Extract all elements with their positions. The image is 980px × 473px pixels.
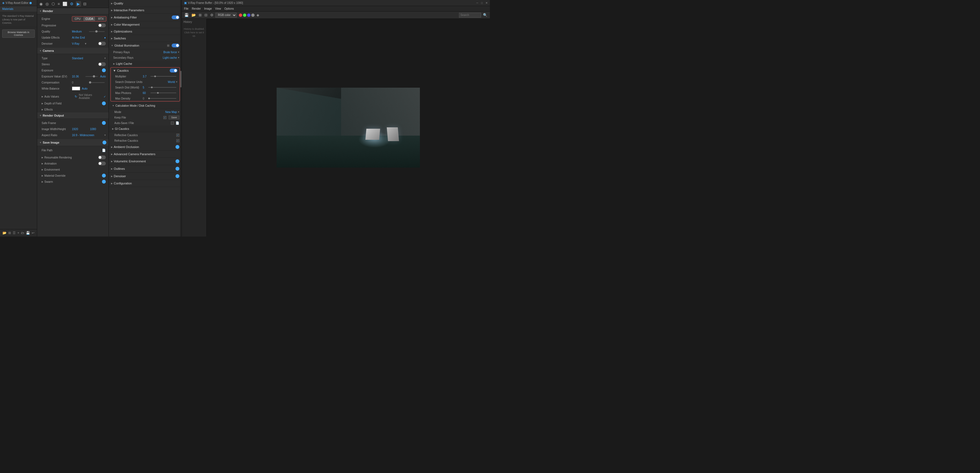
light-icon[interactable]: ◎ — [45, 1, 49, 6]
geometry-icon[interactable]: ⬡ — [51, 1, 56, 6]
aspect-dropdown-icon[interactable]: ▾ — [104, 134, 106, 137]
animation-toggle[interactable] — [98, 161, 106, 166]
vfb-menu-view[interactable]: View — [215, 6, 221, 11]
camera-section-header[interactable]: ▼ Camera — [37, 48, 108, 54]
vfb-green-channel[interactable] — [243, 13, 246, 17]
white-balance-swatch[interactable] — [72, 86, 80, 91]
color-mgmt-header[interactable]: ▶ Color Management — [109, 21, 181, 28]
vfb-maximize-icon[interactable]: □ — [481, 2, 483, 5]
vol-env-header[interactable]: ▶ Volumetric Environment — [109, 158, 181, 165]
add-icon[interactable]: + — [18, 231, 19, 235]
gi-toggle[interactable] — [172, 43, 179, 48]
ao-toggle[interactable] — [175, 145, 179, 149]
save-image-toggle[interactable] — [102, 140, 107, 145]
render-section-header[interactable]: ▼ Render — [37, 8, 108, 14]
progressive-toggle[interactable] — [98, 24, 106, 27]
gi-header[interactable]: ▼ Global Illumination ⊞ — [109, 42, 181, 49]
gi-grid-icon[interactable]: ⊞ — [167, 44, 169, 48]
max-density-slider[interactable] — [148, 98, 176, 99]
vfb-render-region-icon[interactable]: ⊞ — [198, 13, 202, 18]
vfb-lut-icon[interactable]: ◈ — [256, 13, 260, 18]
list-icon[interactable]: ☰ — [13, 231, 16, 235]
mode-dropdown[interactable]: ▾ — [178, 110, 179, 113]
multiplier-slider[interactable] — [150, 76, 176, 76]
sdu-dropdown[interactable]: ▾ — [176, 81, 177, 83]
render-active-icon[interactable]: ▶ — [76, 1, 81, 6]
camera-icon[interactable]: ⬜ — [62, 1, 68, 6]
browse-cosmos-button[interactable]: Browse Materials in Cosmos — [2, 30, 35, 38]
cuda-button[interactable]: CUDA — [83, 17, 95, 21]
layout-icon[interactable]: ⊟ — [83, 1, 87, 6]
calc-mode-header[interactable]: ▼ Calculation Mode / Disk Caching — [109, 102, 181, 109]
material-override-toggle[interactable] — [102, 174, 106, 177]
light-cache-header[interactable]: ▶ Light Cache — [109, 61, 181, 67]
caustics-toggle[interactable] — [170, 68, 177, 73]
primary-rays-dropdown[interactable]: ▾ — [178, 51, 179, 54]
materials-tab[interactable]: Materials — [0, 6, 37, 12]
reflective-caustics-checkbox[interactable] — [176, 134, 179, 137]
refractive-caustics-checkbox[interactable] — [176, 139, 179, 142]
render-output-section-header[interactable]: ▼ Render Output — [37, 113, 108, 119]
vfb-history-message[interactable]: History is disabled. Click here to set i… — [183, 27, 205, 38]
vfb-save-icon[interactable]: 💾 — [183, 13, 189, 18]
save-button[interactable]: Save — [169, 116, 179, 119]
safe-frame-toggle[interactable] — [102, 121, 106, 125]
vfb-settings-icon[interactable]: ⚙ — [209, 13, 214, 18]
vfb-close-icon[interactable]: ✕ — [485, 2, 488, 5]
ao-header[interactable]: ▶ Ambient Occlusion — [109, 143, 181, 151]
vfb-clone-icon[interactable]: ⊟ — [204, 13, 208, 18]
folder-open-icon[interactable]: 📂 — [3, 231, 6, 235]
vfb-minimize-icon[interactable]: ─ — [476, 2, 478, 5]
cpu-button[interactable]: CPU — [72, 17, 83, 21]
vfb-menu-file[interactable]: File — [184, 6, 188, 11]
exposure-dot-toggle[interactable] — [102, 68, 106, 72]
vfb-menu-options[interactable]: Options — [224, 6, 234, 11]
interactive-params-header[interactable]: ▶ Interactive Parameters — [109, 7, 181, 14]
layers-icon[interactable]: ≡ — [57, 1, 60, 6]
denoiser-toggle[interactable] — [98, 41, 106, 46]
aa-filter-header[interactable]: ▶ Antialiasing Filter — [109, 14, 181, 21]
quality-section-header[interactable]: ▶ Quality — [109, 0, 181, 7]
denoiser-dropdown-icon[interactable]: ▾ — [85, 42, 86, 46]
ev-slider[interactable] — [86, 76, 98, 77]
vol-env-toggle[interactable] — [175, 159, 179, 163]
vfb-search-input[interactable] — [459, 13, 481, 18]
settings-icon[interactable]: ⚙ — [69, 1, 74, 6]
aa-toggle[interactable] — [172, 16, 179, 19]
outlines-header[interactable]: ▶ Outlines — [109, 165, 181, 172]
vfb-open-icon[interactable]: 📂 — [191, 13, 197, 18]
swarm-toggle[interactable] — [102, 180, 106, 183]
max-photons-slider[interactable] — [150, 92, 176, 93]
quality-slider[interactable] — [89, 31, 105, 32]
caustics-header[interactable]: ▼ Caustics — [111, 67, 180, 73]
outlines-toggle[interactable] — [175, 167, 179, 170]
keep-file-checkbox[interactable] — [163, 116, 166, 119]
configuration-header[interactable]: ▶ Configuration — [109, 180, 181, 187]
vfb-channel-select[interactable]: RGB color — [215, 13, 237, 18]
wb-auto-label[interactable]: Auto — [82, 87, 88, 90]
auto-values-refresh-icon[interactable]: ↻ — [75, 95, 77, 99]
file-path-icon[interactable]: 📄 — [102, 148, 106, 152]
sphere-icon[interactable]: ◉ — [39, 1, 43, 6]
adv-camera-header[interactable]: ▶ Advanced Camera Parameters — [109, 151, 181, 158]
folder-icon[interactable]: 🗁 — [21, 231, 24, 235]
type-dropdown-icon[interactable]: ▾ — [104, 57, 106, 59]
vfb-menu-image[interactable]: Image — [204, 6, 212, 11]
vfb-blue-channel[interactable] — [247, 13, 250, 17]
auto-save-checkbox[interactable] — [171, 121, 174, 124]
compensation-slider[interactable] — [89, 82, 105, 83]
vfb-red-channel[interactable] — [239, 13, 242, 17]
stereo-toggle[interactable] — [98, 62, 106, 66]
vfb-search-icon[interactable]: 🔍 — [482, 13, 488, 18]
gi-caustics-header[interactable]: ▶ GI Caustics — [109, 126, 181, 132]
auto-save-file-icon[interactable]: 📄 — [175, 121, 179, 125]
optimizations-header[interactable]: ▶ Optimizations — [109, 28, 181, 35]
dof-toggle[interactable] — [102, 102, 106, 105]
undo-icon[interactable]: ↩ — [32, 231, 35, 235]
ev-auto-label[interactable]: Auto — [100, 75, 106, 78]
denoiser-params-header[interactable]: ▶ Denoiser — [109, 172, 181, 180]
vfb-menu-render[interactable]: Render — [192, 6, 201, 11]
denoiser-params-toggle[interactable] — [175, 174, 179, 178]
search-dist-slider[interactable] — [148, 87, 176, 88]
switches-header[interactable]: ▶ Switches — [109, 35, 181, 42]
